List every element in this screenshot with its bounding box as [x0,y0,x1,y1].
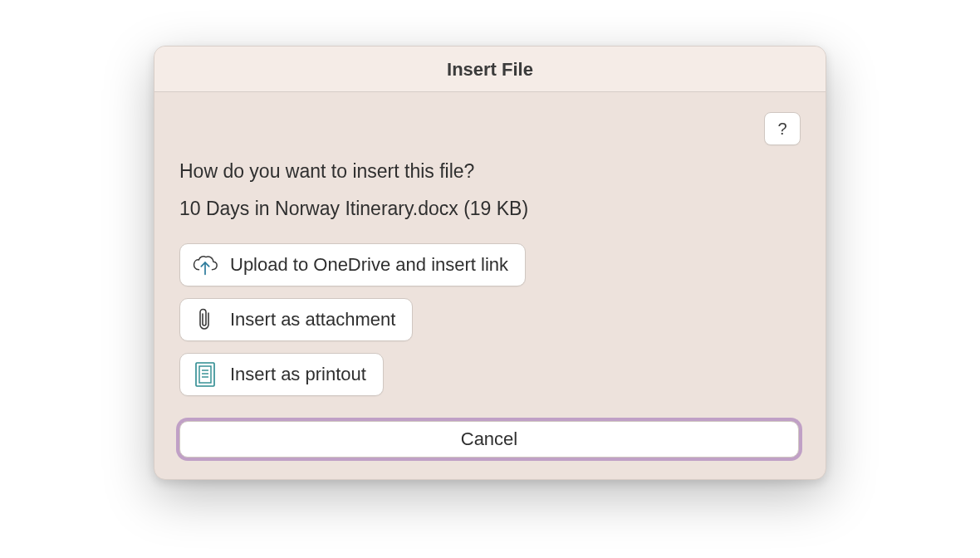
paperclip-icon [192,306,218,333]
upload-onedrive-button[interactable]: Upload to OneDrive and insert link [179,243,526,286]
cloud-upload-icon [192,252,218,278]
svg-rect-2 [199,366,211,383]
upload-onedrive-label: Upload to OneDrive and insert link [230,254,508,276]
dialog-body: ? How do you want to insert this file? 1… [154,92,826,479]
insert-printout-label: Insert as printout [230,364,366,385]
help-button[interactable]: ? [764,112,801,145]
dialog-title: Insert File [154,59,826,81]
insert-file-dialog: Insert File ? How do you want to insert … [154,46,826,480]
cancel-button[interactable]: Cancel [179,421,799,458]
insert-attachment-label: Insert as attachment [230,309,395,330]
insert-attachment-button[interactable]: Insert as attachment [179,298,413,341]
insert-prompt: How do you want to insert this file? [179,160,801,183]
help-icon: ? [777,120,786,139]
options-list: Upload to OneDrive and insert link Inser… [179,243,801,458]
printout-icon [192,361,218,388]
dialog-header: Insert File [154,46,826,92]
cancel-label: Cancel [461,428,517,449]
insert-printout-button[interactable]: Insert as printout [179,353,384,396]
file-info: 10 Days in Norway Itinerary.docx (19 KB) [179,198,801,220]
